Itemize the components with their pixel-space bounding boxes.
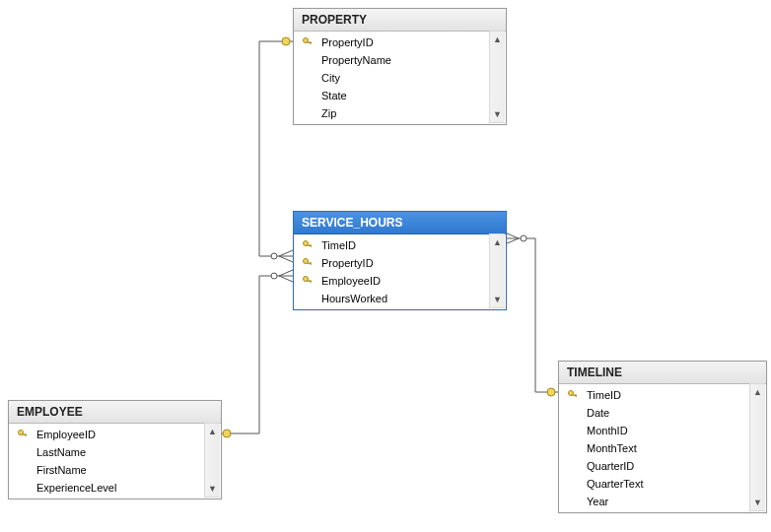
field-name: EmployeeID	[31, 429, 96, 440]
field-row[interactable]: FirstName	[9, 461, 203, 479]
svg-rect-14	[311, 42, 312, 44]
scroll-up-button[interactable]: ▲	[205, 424, 220, 439]
field-row[interactable]: EmployeeID	[9, 426, 203, 443]
scroll-thumb[interactable]	[205, 439, 220, 481]
svg-point-10	[521, 235, 526, 241]
entity-timeline[interactable]: TIMELINE TimeID Date MonthID MonthText Q…	[558, 361, 767, 513]
field-name: EmployeeID	[315, 275, 381, 287]
svg-rect-20	[311, 263, 312, 265]
primary-key-icon	[300, 240, 315, 250]
scroll-up-button[interactable]: ▲	[490, 234, 505, 250]
primary-key-icon	[300, 276, 315, 286]
vertical-scrollbar[interactable]: ▲ ▼	[749, 383, 765, 511]
scroll-down-button[interactable]: ▼	[490, 106, 505, 122]
svg-line-9	[505, 238, 519, 244]
field-row[interactable]: Date	[559, 404, 748, 422]
scroll-up-button[interactable]: ▲	[750, 384, 765, 400]
primary-key-icon	[300, 37, 315, 47]
svg-line-5	[279, 276, 293, 282]
field-row[interactable]: PropertyID	[294, 254, 488, 272]
svg-point-2	[271, 253, 277, 259]
scroll-down-button[interactable]: ▼	[490, 292, 505, 307]
scroll-thumb[interactable]	[490, 250, 505, 292]
field-name: MonthText	[581, 442, 637, 454]
field-row[interactable]: QuarterID	[559, 457, 748, 475]
field-row[interactable]: LastName	[9, 443, 203, 461]
entity-header[interactable]: EMPLOYEE	[9, 401, 221, 424]
field-name: MonthID	[581, 425, 628, 436]
field-row[interactable]: Year	[559, 493, 748, 510]
field-row[interactable]: MonthText	[559, 439, 748, 457]
primary-key-icon	[565, 390, 581, 400]
field-row[interactable]: EmployeeID	[294, 272, 488, 290]
scroll-thumb[interactable]	[490, 47, 505, 106]
entity-property[interactable]: PROPERTY PropertyID PropertyName City St…	[293, 8, 507, 125]
svg-rect-23	[311, 281, 312, 283]
vertical-scrollbar[interactable]: ▲ ▼	[489, 31, 505, 123]
scroll-down-button[interactable]: ▼	[750, 495, 765, 510]
field-name: Zip	[315, 107, 336, 119]
field-row[interactable]: City	[294, 69, 488, 87]
field-row[interactable]: QuarterText	[559, 475, 748, 493]
entity-header[interactable]: SERVICE_HOURS	[294, 212, 506, 234]
svg-line-1	[279, 256, 293, 262]
svg-rect-26	[26, 434, 27, 436]
svg-line-4	[279, 270, 293, 276]
field-row[interactable]: ExperienceLevel	[9, 479, 203, 497]
entity-title: TIMELINE	[567, 366, 622, 379]
field-row[interactable]: MonthID	[559, 422, 748, 439]
field-name: Date	[581, 407, 609, 419]
entity-title: PROPERTY	[302, 13, 367, 27]
field-row[interactable]: HoursWorked	[294, 290, 488, 307]
svg-rect-29	[576, 395, 577, 397]
entity-title: SERVICE_HOURS	[302, 216, 402, 230]
svg-rect-17	[311, 245, 312, 247]
field-name: State	[315, 90, 347, 101]
field-name: TimeID	[581, 389, 621, 401]
primary-key-icon	[15, 430, 31, 439]
field-row[interactable]: Zip	[294, 104, 488, 122]
svg-point-7	[223, 430, 231, 437]
field-row[interactable]: TimeID	[294, 236, 488, 254]
primary-key-icon	[300, 258, 315, 268]
field-name: ExperienceLevel	[31, 482, 116, 494]
field-name: Year	[581, 496, 608, 507]
field-name: City	[315, 72, 340, 84]
entity-service-hours[interactable]: SERVICE_HOURS TimeID PropertyID Employee…	[293, 211, 507, 310]
vertical-scrollbar[interactable]: ▲ ▼	[489, 233, 505, 308]
scroll-thumb[interactable]	[750, 400, 765, 495]
field-row[interactable]: PropertyName	[294, 51, 488, 69]
field-name: HoursWorked	[315, 293, 387, 304]
field-row[interactable]: PropertyID	[294, 33, 488, 51]
field-row[interactable]: State	[294, 87, 488, 104]
svg-point-3	[282, 37, 290, 45]
field-name: QuarterID	[581, 460, 634, 472]
field-name: PropertyID	[315, 257, 374, 269]
field-name: QuarterText	[581, 478, 643, 490]
entity-title: EMPLOYEE	[17, 405, 83, 419]
field-name: TimeID	[315, 239, 356, 251]
scroll-up-button[interactable]: ▲	[490, 32, 505, 47]
svg-line-8	[505, 233, 519, 238]
field-name: FirstName	[31, 464, 87, 476]
field-name: PropertyName	[315, 54, 391, 66]
vertical-scrollbar[interactable]: ▲ ▼	[204, 423, 220, 498]
scroll-down-button[interactable]: ▼	[205, 481, 220, 497]
field-name: PropertyID	[315, 36, 374, 48]
svg-point-6	[271, 273, 277, 279]
svg-point-11	[547, 388, 555, 396]
entity-employee[interactable]: EMPLOYEE EmployeeID LastName FirstName E…	[8, 400, 222, 499]
svg-line-0	[279, 250, 293, 256]
entity-header[interactable]: PROPERTY	[294, 9, 506, 32]
field-name: LastName	[31, 446, 86, 458]
entity-header[interactable]: TIMELINE	[559, 362, 766, 384]
field-row[interactable]: TimeID	[559, 386, 748, 404]
